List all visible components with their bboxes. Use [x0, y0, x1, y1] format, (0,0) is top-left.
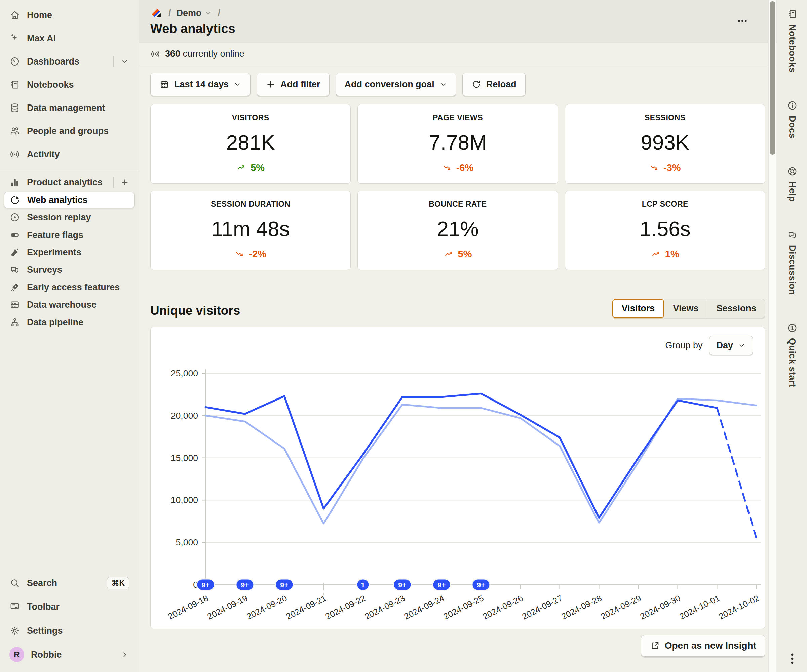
sidebar-item-activity[interactable]: Activity — [4, 144, 134, 165]
open-as-insight-button[interactable]: Open as new Insight — [641, 635, 765, 657]
annotation-badge[interactable]: 9+ — [394, 579, 411, 590]
metric-card-session-duration[interactable]: SESSION DURATION11m 48s-2% — [150, 190, 351, 270]
sidebar-item-dashboards[interactable]: Dashboards — [4, 51, 134, 72]
sidebar-item-label: Data warehouse — [27, 300, 96, 310]
add-filter-button[interactable]: Add filter — [257, 73, 330, 96]
sidebar-item-robbie[interactable]: RRobbie — [4, 644, 134, 665]
breadcrumb-separator: / — [168, 8, 171, 18]
toggle-icon — [9, 230, 20, 240]
home-icon — [9, 10, 20, 20]
sidebar-item-home[interactable]: Home — [4, 4, 134, 26]
tab-visitors[interactable]: Visitors — [612, 299, 664, 318]
sidebar-item-feature-flags[interactable]: Feature flags — [4, 227, 134, 243]
sidebar-item-people-and-groups[interactable]: People and groups — [4, 120, 134, 142]
more-vertical-button[interactable] — [785, 651, 800, 666]
one-circle-icon — [787, 323, 798, 333]
metric-delta-value: 5% — [251, 162, 265, 174]
metric-value: 21% — [437, 217, 478, 240]
x-axis-label: 2024-09-22 — [324, 593, 367, 621]
sidebar-item-label: Home — [27, 10, 52, 20]
rail-tab-docs[interactable]: Docs — [787, 100, 798, 138]
metric-label: VISITORS — [232, 113, 269, 122]
rail-tab-quick-start[interactable]: Quick start — [787, 323, 798, 387]
sidebar-item-surveys[interactable]: Surveys — [4, 262, 134, 278]
bar-chart-icon — [9, 177, 20, 188]
chart-line-current — [206, 394, 717, 518]
sidebar-item-label: Settings — [27, 626, 63, 636]
tab-sessions[interactable]: Sessions — [707, 299, 765, 318]
sidebar-item-experiments[interactable]: Experiments — [4, 244, 134, 261]
tab-views[interactable]: Views — [664, 299, 707, 318]
sidebar-item-max-ai[interactable]: Max AI — [4, 28, 134, 49]
annotation-badge[interactable]: 9+ — [276, 579, 293, 590]
posthog-logo-icon — [150, 7, 163, 19]
scrollbar-thumb[interactable] — [770, 2, 775, 154]
sidebar-item-settings[interactable]: Settings — [4, 620, 134, 642]
annotation-badge[interactable]: 9+ — [236, 579, 254, 590]
section-title: Unique visitors — [150, 304, 240, 318]
sidebar-item-notebooks[interactable]: Notebooks — [4, 74, 134, 95]
date-range-button[interactable]: Last 14 days — [150, 73, 251, 96]
annotation-badge[interactable]: 9+ — [472, 579, 490, 590]
annotation-badge[interactable]: 1 — [357, 579, 369, 590]
search-icon — [9, 578, 20, 588]
metric-card-page-views[interactable]: PAGE VIEWS7.78M-6% — [357, 104, 558, 184]
svg-text:9+: 9+ — [280, 581, 288, 589]
metric-card-sessions[interactable]: SESSIONS993K-3% — [565, 104, 765, 184]
project-name: Demo — [176, 8, 202, 18]
sidebar-group: Product analyticsWeb analyticsSession re… — [0, 170, 138, 331]
sidebar-item-web-analytics[interactable]: Web analytics — [4, 192, 134, 208]
metric-card-lcp-score[interactable]: LCP SCORE1.56s1% — [565, 190, 765, 270]
svg-text:9+: 9+ — [437, 581, 445, 589]
sidebar-item-label: Max AI — [27, 33, 56, 44]
life-ring-icon — [787, 166, 798, 177]
sidebar-item-label: Feature flags — [27, 230, 83, 240]
more-options-button[interactable] — [734, 13, 751, 28]
sidebar-item-search[interactable]: Search⌘K — [4, 572, 134, 594]
online-label: currently online — [183, 49, 244, 59]
x-axis-label: 2024-10-02 — [717, 593, 761, 621]
sidebar-item-product-analytics[interactable]: Product analytics — [4, 174, 134, 191]
sidebar-item-session-replay[interactable]: Session replay — [4, 209, 134, 226]
sidebar-item-label: Dashboards — [27, 56, 79, 67]
chevron-down-icon — [439, 80, 447, 88]
breadcrumb-project[interactable]: Demo — [176, 8, 213, 18]
chevron-down-icon — [738, 341, 746, 349]
chevron-down-icon — [204, 9, 213, 17]
server-icon — [9, 300, 20, 310]
annotation-badge[interactable]: 9+ — [433, 579, 450, 590]
y-axis-label: 25,000 — [171, 368, 198, 378]
rail-tab-help[interactable]: Help — [787, 166, 798, 202]
plus-icon — [266, 79, 276, 89]
reload-button[interactable]: Reload — [462, 73, 526, 96]
broadcast-icon — [9, 149, 20, 160]
group-by-value: Day — [716, 340, 733, 351]
rail-tab-notebooks[interactable]: Notebooks — [787, 9, 798, 73]
sidebar-item-early-access-features[interactable]: Early access features — [4, 279, 134, 296]
y-axis-label: 10,000 — [171, 495, 198, 505]
x-axis-label: 2024-09-26 — [481, 593, 525, 621]
ellipsis-icon — [736, 15, 749, 27]
group-by-select[interactable]: Day — [709, 336, 753, 355]
metric-card-visitors[interactable]: VISITORS281K5% — [150, 104, 351, 184]
sidebar-item-data-management[interactable]: Data management — [4, 97, 134, 119]
sidebar-item-data-pipeline[interactable]: Data pipeline — [4, 314, 134, 331]
chevron-down-icon — [120, 57, 129, 66]
metric-card-bounce-rate[interactable]: BOUNCE RATE21%5% — [357, 190, 558, 270]
metric-label: LCP SCORE — [642, 200, 688, 209]
add-conversion-goal-button[interactable]: Add conversion goal — [335, 73, 456, 96]
unique-visitors-chart: 05,00010,00015,00020,00025,0002024-09-18… — [151, 327, 765, 629]
sidebar-item-data-warehouse[interactable]: Data warehouse — [4, 296, 134, 313]
keyboard-shortcut: ⌘K — [107, 577, 129, 589]
sidebar-item-toolbar[interactable]: Toolbar — [4, 596, 134, 618]
rail-tab-discussion[interactable]: Discussion — [787, 230, 798, 295]
sidebar-item-label: People and groups — [27, 126, 109, 136]
sidebar-item-label: Search — [27, 578, 57, 588]
x-axis-label: 2024-10-01 — [678, 593, 721, 621]
sidebar-item-label: Toolbar — [27, 602, 60, 612]
live-icon — [150, 49, 160, 59]
sidebar-item-label: Early access features — [27, 282, 120, 293]
x-axis-label: 2024-09-24 — [402, 593, 446, 621]
chat-icon — [9, 265, 20, 275]
annotation-badge[interactable]: 9+ — [197, 579, 214, 590]
